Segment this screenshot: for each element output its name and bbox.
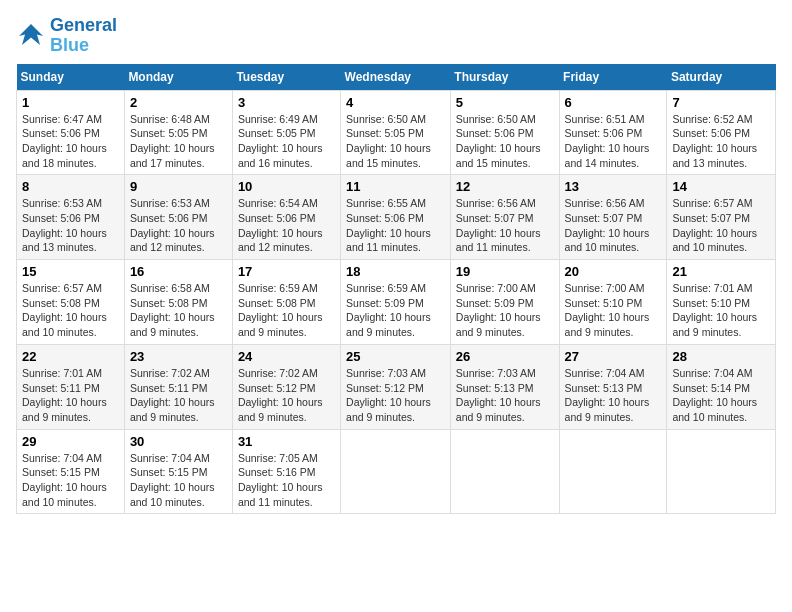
day-daylight: Daylight: 10 hours and 9 minutes. [456, 395, 554, 424]
day-daylight: Daylight: 10 hours and 12 minutes. [130, 226, 227, 255]
day-daylight: Daylight: 10 hours and 10 minutes. [565, 226, 662, 255]
day-daylight: Daylight: 10 hours and 12 minutes. [238, 226, 335, 255]
day-sunset: Sunset: 5:11 PM [130, 381, 227, 396]
day-daylight: Daylight: 10 hours and 10 minutes. [130, 480, 227, 509]
calendar-cell: 22 Sunrise: 7:01 AM Sunset: 5:11 PM Dayl… [17, 344, 125, 429]
day-sunset: Sunset: 5:09 PM [456, 296, 554, 311]
day-sunrise: Sunrise: 7:01 AM [22, 366, 119, 381]
day-daylight: Daylight: 10 hours and 10 minutes. [672, 395, 770, 424]
day-sunrise: Sunrise: 6:55 AM [346, 196, 445, 211]
calendar-cell: 19 Sunrise: 7:00 AM Sunset: 5:09 PM Dayl… [450, 260, 559, 345]
day-sunrise: Sunrise: 6:54 AM [238, 196, 335, 211]
logo-text: General Blue [50, 16, 117, 56]
day-number: 8 [22, 179, 119, 194]
day-sunset: Sunset: 5:05 PM [238, 126, 335, 141]
day-sunset: Sunset: 5:13 PM [565, 381, 662, 396]
calendar-week-row: 22 Sunrise: 7:01 AM Sunset: 5:11 PM Dayl… [17, 344, 776, 429]
day-daylight: Daylight: 10 hours and 15 minutes. [346, 141, 445, 170]
calendar-cell: 17 Sunrise: 6:59 AM Sunset: 5:08 PM Dayl… [232, 260, 340, 345]
column-header-sunday: Sunday [17, 64, 125, 91]
day-daylight: Daylight: 10 hours and 9 minutes. [346, 310, 445, 339]
day-sunrise: Sunrise: 7:03 AM [456, 366, 554, 381]
day-number: 13 [565, 179, 662, 194]
calendar-cell: 10 Sunrise: 6:54 AM Sunset: 5:06 PM Dayl… [232, 175, 340, 260]
day-sunrise: Sunrise: 7:03 AM [346, 366, 445, 381]
calendar-cell: 1 Sunrise: 6:47 AM Sunset: 5:06 PM Dayli… [17, 90, 125, 175]
calendar-cell: 16 Sunrise: 6:58 AM Sunset: 5:08 PM Dayl… [124, 260, 232, 345]
calendar-table: SundayMondayTuesdayWednesdayThursdayFrid… [16, 64, 776, 515]
day-sunset: Sunset: 5:07 PM [672, 211, 770, 226]
day-sunrise: Sunrise: 6:50 AM [456, 112, 554, 127]
day-sunrise: Sunrise: 6:56 AM [565, 196, 662, 211]
calendar-cell: 20 Sunrise: 7:00 AM Sunset: 5:10 PM Dayl… [559, 260, 667, 345]
calendar-cell: 3 Sunrise: 6:49 AM Sunset: 5:05 PM Dayli… [232, 90, 340, 175]
column-header-monday: Monday [124, 64, 232, 91]
day-daylight: Daylight: 10 hours and 14 minutes. [565, 141, 662, 170]
day-sunrise: Sunrise: 6:58 AM [130, 281, 227, 296]
day-sunset: Sunset: 5:09 PM [346, 296, 445, 311]
day-sunrise: Sunrise: 6:47 AM [22, 112, 119, 127]
day-daylight: Daylight: 10 hours and 11 minutes. [456, 226, 554, 255]
day-number: 22 [22, 349, 119, 364]
day-sunrise: Sunrise: 6:57 AM [672, 196, 770, 211]
calendar-cell: 14 Sunrise: 6:57 AM Sunset: 5:07 PM Dayl… [667, 175, 776, 260]
day-sunset: Sunset: 5:13 PM [456, 381, 554, 396]
day-sunrise: Sunrise: 6:59 AM [346, 281, 445, 296]
calendar-cell: 21 Sunrise: 7:01 AM Sunset: 5:10 PM Dayl… [667, 260, 776, 345]
calendar-cell: 18 Sunrise: 6:59 AM Sunset: 5:09 PM Dayl… [341, 260, 451, 345]
day-daylight: Daylight: 10 hours and 18 minutes. [22, 141, 119, 170]
day-daylight: Daylight: 10 hours and 11 minutes. [346, 226, 445, 255]
day-sunrise: Sunrise: 7:01 AM [672, 281, 770, 296]
day-sunset: Sunset: 5:16 PM [238, 465, 335, 480]
day-sunrise: Sunrise: 7:00 AM [565, 281, 662, 296]
day-daylight: Daylight: 10 hours and 9 minutes. [22, 395, 119, 424]
column-header-thursday: Thursday [450, 64, 559, 91]
calendar-week-row: 8 Sunrise: 6:53 AM Sunset: 5:06 PM Dayli… [17, 175, 776, 260]
calendar-cell: 7 Sunrise: 6:52 AM Sunset: 5:06 PM Dayli… [667, 90, 776, 175]
day-sunset: Sunset: 5:06 PM [565, 126, 662, 141]
day-number: 18 [346, 264, 445, 279]
column-header-wednesday: Wednesday [341, 64, 451, 91]
day-daylight: Daylight: 10 hours and 9 minutes. [456, 310, 554, 339]
calendar-header-row: SundayMondayTuesdayWednesdayThursdayFrid… [17, 64, 776, 91]
day-daylight: Daylight: 10 hours and 9 minutes. [346, 395, 445, 424]
day-daylight: Daylight: 10 hours and 16 minutes. [238, 141, 335, 170]
day-number: 21 [672, 264, 770, 279]
day-number: 3 [238, 95, 335, 110]
day-sunset: Sunset: 5:08 PM [130, 296, 227, 311]
calendar-cell: 6 Sunrise: 6:51 AM Sunset: 5:06 PM Dayli… [559, 90, 667, 175]
day-sunset: Sunset: 5:14 PM [672, 381, 770, 396]
day-sunrise: Sunrise: 7:04 AM [672, 366, 770, 381]
day-sunrise: Sunrise: 6:50 AM [346, 112, 445, 127]
day-number: 7 [672, 95, 770, 110]
day-daylight: Daylight: 10 hours and 9 minutes. [565, 310, 662, 339]
day-sunrise: Sunrise: 6:49 AM [238, 112, 335, 127]
logo: General Blue [16, 16, 117, 56]
day-daylight: Daylight: 10 hours and 9 minutes. [672, 310, 770, 339]
day-daylight: Daylight: 10 hours and 9 minutes. [565, 395, 662, 424]
calendar-cell: 4 Sunrise: 6:50 AM Sunset: 5:05 PM Dayli… [341, 90, 451, 175]
day-number: 27 [565, 349, 662, 364]
day-number: 12 [456, 179, 554, 194]
calendar-cell [559, 429, 667, 514]
calendar-cell: 9 Sunrise: 6:53 AM Sunset: 5:06 PM Dayli… [124, 175, 232, 260]
day-sunset: Sunset: 5:06 PM [346, 211, 445, 226]
day-sunrise: Sunrise: 6:57 AM [22, 281, 119, 296]
day-sunrise: Sunrise: 6:56 AM [456, 196, 554, 211]
day-sunset: Sunset: 5:07 PM [456, 211, 554, 226]
day-number: 9 [130, 179, 227, 194]
calendar-cell: 31 Sunrise: 7:05 AM Sunset: 5:16 PM Dayl… [232, 429, 340, 514]
day-number: 25 [346, 349, 445, 364]
day-number: 19 [456, 264, 554, 279]
calendar-cell [450, 429, 559, 514]
column-header-saturday: Saturday [667, 64, 776, 91]
day-sunset: Sunset: 5:05 PM [346, 126, 445, 141]
day-sunset: Sunset: 5:15 PM [22, 465, 119, 480]
day-sunrise: Sunrise: 6:59 AM [238, 281, 335, 296]
day-sunrise: Sunrise: 7:04 AM [565, 366, 662, 381]
day-sunset: Sunset: 5:15 PM [130, 465, 227, 480]
calendar-cell: 12 Sunrise: 6:56 AM Sunset: 5:07 PM Dayl… [450, 175, 559, 260]
svg-marker-0 [19, 24, 43, 45]
calendar-cell: 25 Sunrise: 7:03 AM Sunset: 5:12 PM Dayl… [341, 344, 451, 429]
day-daylight: Daylight: 10 hours and 9 minutes. [238, 395, 335, 424]
